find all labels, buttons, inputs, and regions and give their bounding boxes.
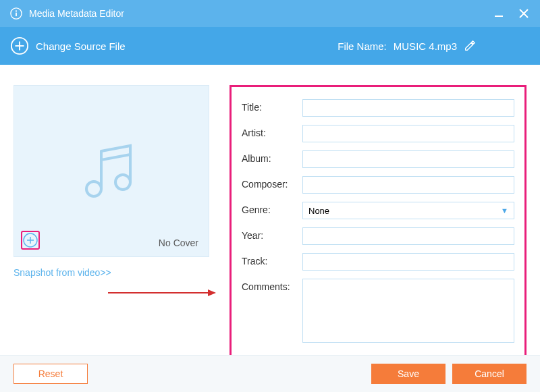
svg-point-1 <box>16 10 17 11</box>
album-input[interactable] <box>302 150 514 168</box>
no-cover-label: No Cover <box>159 237 198 248</box>
music-note-icon <box>78 138 145 205</box>
cover-column: No Cover Snapshot from video>> <box>14 85 209 365</box>
track-input[interactable] <box>302 253 514 271</box>
comments-label: Comments: <box>242 279 302 292</box>
year-label: Year: <box>242 227 302 241</box>
plus-icon <box>22 232 38 248</box>
svg-point-12 <box>115 175 130 190</box>
footer: Reset Save Cancel <box>0 355 540 392</box>
cancel-button[interactable]: Cancel <box>452 364 526 384</box>
plus-circle-icon <box>10 36 29 55</box>
chevron-down-icon: ▼ <box>501 206 508 215</box>
year-input[interactable] <box>302 227 514 245</box>
composer-input[interactable] <box>302 176 514 194</box>
toolbar: Change Source File File Name: MUSIC 4.mp… <box>0 27 540 65</box>
svg-marker-18 <box>208 289 216 296</box>
artist-input[interactable] <box>302 125 514 142</box>
title-input[interactable] <box>302 99 514 117</box>
window-title: Media Metadata Editor <box>29 8 124 19</box>
svg-point-11 <box>86 181 101 196</box>
genre-label: Genre: <box>242 202 302 215</box>
title-label: Title: <box>242 99 302 113</box>
snapshot-link[interactable]: Snapshot from video>> <box>14 267 209 278</box>
minimize-button[interactable] <box>493 7 504 20</box>
metadata-form: Title: Artist: Album: Composer: Genre: N… <box>230 85 526 365</box>
content-area: No Cover Snapshot from video>> Title: Ar… <box>0 65 540 365</box>
titlebar: Media Metadata Editor <box>0 0 540 27</box>
file-name-value: MUSIC 4.mp3 <box>394 40 457 52</box>
album-label: Album: <box>242 150 302 164</box>
svg-line-13 <box>101 155 130 160</box>
artist-label: Artist: <box>242 125 302 138</box>
change-source-label: Change Source File <box>36 40 126 52</box>
composer-label: Composer: <box>242 176 302 190</box>
cover-preview: No Cover <box>14 85 209 257</box>
save-button[interactable]: Save <box>371 364 446 384</box>
reset-button[interactable]: Reset <box>14 364 88 384</box>
file-name-label: File Name: <box>338 40 387 52</box>
add-cover-button[interactable] <box>21 231 40 250</box>
info-icon <box>10 7 22 20</box>
genre-select[interactable]: None ▼ <box>302 202 514 219</box>
change-source-button[interactable]: Change Source File <box>10 36 126 55</box>
svg-rect-2 <box>16 13 17 16</box>
track-label: Track: <box>242 253 302 267</box>
comments-textarea[interactable] <box>302 279 514 343</box>
genre-selected-value: None <box>308 206 329 216</box>
arrow-right-annotation <box>108 289 216 297</box>
edit-icon[interactable] <box>464 40 476 52</box>
close-button[interactable] <box>518 7 530 20</box>
